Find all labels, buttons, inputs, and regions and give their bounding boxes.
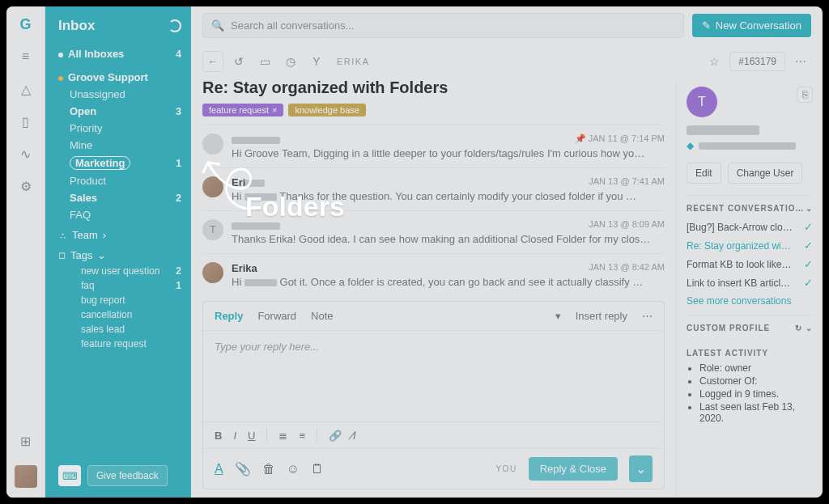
pin-icon: 📌 <box>575 133 586 143</box>
more-icon[interactable]: ⋯ <box>642 310 653 322</box>
folder-mine[interactable]: Mine <box>70 137 181 154</box>
folder-faq[interactable]: FAQ <box>70 206 181 223</box>
team-group[interactable]: ⛬Team› <box>58 227 181 244</box>
tag-icon[interactable]: ▭ <box>254 51 275 72</box>
message-snippet: Hi Groove Team, Digging in a little deep… <box>232 147 665 159</box>
folder-open[interactable]: Open3 <box>70 103 181 120</box>
insert-reply-button[interactable]: Insert reply <box>576 310 627 322</box>
undo-icon[interactable]: ↺ <box>228 51 249 72</box>
keyboard-icon[interactable]: ⌨ <box>58 465 81 486</box>
main-area: 🔍 Search all conversations... ✎ New Conv… <box>191 6 823 498</box>
thread-tag-knowledge-base[interactable]: knowledge base <box>288 104 366 116</box>
user-avatar[interactable] <box>15 465 37 488</box>
activity-icon[interactable]: ∿ <box>18 146 34 162</box>
activity-item: Last seen last Feb 13, 2020. <box>699 401 813 424</box>
menu-icon[interactable]: ≡ <box>18 49 34 65</box>
back-button[interactable]: ← <box>202 51 223 72</box>
assignee-name[interactable]: ERIKA <box>337 57 370 66</box>
refresh-icon[interactable]: ↻ <box>795 324 802 332</box>
triangle-icon[interactable]: △ <box>18 81 34 97</box>
bolt-icon: ▾ <box>555 310 561 322</box>
tag-new-user-question[interactable]: new user question2 <box>70 264 181 278</box>
underline-icon[interactable]: U <box>248 430 255 442</box>
trash-icon[interactable]: 🗑 <box>262 462 275 476</box>
snooze-icon[interactable]: ◷ <box>280 51 301 72</box>
mailbox-groove-support[interactable]: Groove Support <box>58 69 181 86</box>
grid-icon[interactable]: ⊞ <box>18 433 34 449</box>
attach-icon[interactable]: 📎 <box>235 461 251 476</box>
bullet-list-icon[interactable]: ≣ <box>278 430 287 442</box>
right-panel: T ⎘ ◆ Edit Change User RECENT CONVERSATI… <box>677 78 823 498</box>
recent-conv-item[interactable]: Re: Stay organized wi…✓ <box>687 236 813 255</box>
tab-forward[interactable]: Forward <box>257 310 296 322</box>
folder-unassigned[interactable]: Unassigned <box>70 86 181 103</box>
thread-title: Re: Stay organized with Folders <box>202 78 665 97</box>
avatar <box>202 133 223 155</box>
edit-button[interactable]: Edit <box>687 163 721 184</box>
clear-format-icon[interactable]: I̸ <box>353 430 356 442</box>
folder-marketing[interactable]: Marketing1 <box>70 154 181 172</box>
tab-note[interactable]: Note <box>311 310 333 322</box>
new-conversation-button[interactable]: ✎ New Conversation <box>692 14 811 37</box>
message-snippet: Thanks Erika! Good idea. I can see how m… <box>232 233 665 245</box>
merge-icon[interactable]: Y <box>306 51 327 72</box>
recent-conv-item[interactable]: [Bug?] Back-Arrow clo…✓ <box>687 218 813 236</box>
more-icon[interactable]: ⋯ <box>790 51 811 72</box>
mailbox-label: Groove Support <box>68 71 148 83</box>
tag-sales-lead[interactable]: sales lead <box>70 322 181 337</box>
avatar <box>202 262 223 283</box>
bold-icon[interactable]: B <box>215 430 222 442</box>
search-icon: 🔍 <box>211 19 224 32</box>
chevron-down-icon[interactable]: ⌄ <box>806 324 813 332</box>
activity-item: Logged in 9 times. <box>699 388 813 400</box>
message-row[interactable]: 📌 JAN 11 @ 7:14 PM Hi Groove Team, Diggi… <box>202 125 665 167</box>
close-icon[interactable]: × <box>272 105 277 115</box>
check-icon: ✓ <box>804 221 813 233</box>
tags-group[interactable]: ◻Tags⌄ <box>58 247 181 264</box>
message-row[interactable]: ErikaJAN 13 @ 8:42 AM Hi Got it. Once a … <box>202 253 665 296</box>
logo-icon[interactable]: G <box>18 16 34 32</box>
message-row[interactable]: EriJAN 13 @ 7:41 AM Hi Thanks for the qu… <box>202 167 665 210</box>
activity-item: Customer Of: <box>699 375 813 387</box>
folder-priority[interactable]: Priority <box>70 120 181 137</box>
all-inboxes[interactable]: All Inboxes 4 <box>58 45 181 62</box>
reply-dropdown[interactable]: ⌄ <box>629 455 653 482</box>
tab-reply[interactable]: Reply <box>215 310 243 322</box>
you-label: YOU <box>495 464 517 473</box>
folder-product[interactable]: Product <box>70 172 181 189</box>
expand-icon[interactable]: ⎘ <box>797 87 813 103</box>
ticket-id: #163179 <box>729 52 785 71</box>
custom-profile-heading: CUSTOM PROFILE <box>687 324 770 332</box>
folder-sales[interactable]: Sales2 <box>70 189 181 206</box>
change-user-button[interactable]: Change User <box>728 163 803 184</box>
number-list-icon[interactable]: ≡ <box>299 430 305 442</box>
check-icon: ✓ <box>804 239 813 252</box>
see-more-conversations[interactable]: See more conversations <box>687 295 813 307</box>
refresh-icon[interactable] <box>168 19 181 32</box>
reply-textarea[interactable]: Type your reply here... <box>203 331 664 421</box>
gear-icon[interactable]: ⚙ <box>18 178 34 194</box>
tag-feature-request[interactable]: feature request <box>70 337 181 351</box>
recent-conv-item[interactable]: Format KB to look like…✓ <box>687 255 813 273</box>
text-color-icon[interactable]: A <box>215 462 223 476</box>
tag-bug-report[interactable]: bug report <box>70 293 181 307</box>
recent-conv-item[interactable]: Link to insert KB articl…✓ <box>687 273 813 292</box>
tag-cancellation[interactable]: cancellation <box>70 307 181 322</box>
message-row[interactable]: T JAN 13 @ 8:09 AM Thanks Erika! Good id… <box>202 210 665 253</box>
chevron-down-icon[interactable]: ⌄ <box>806 204 813 213</box>
tag-faq[interactable]: faq1 <box>70 278 181 293</box>
thread-tag-feature-request[interactable]: feature request× <box>202 104 283 116</box>
format-toolbar: B I U ≣ ≡ 🔗 I̸ <box>203 421 664 448</box>
star-icon[interactable]: ☆ <box>704 51 725 72</box>
emoji-icon[interactable]: ☺ <box>287 462 300 476</box>
thread-pane: Re: Stay organized with Folders feature … <box>191 78 677 498</box>
italic-icon[interactable]: I <box>233 430 236 442</box>
book-icon[interactable]: ▯ <box>18 113 34 129</box>
give-feedback-button[interactable]: Give feedback <box>87 465 168 486</box>
search-input[interactable]: 🔍 Search all conversations... <box>202 13 684 38</box>
link-icon[interactable]: 🔗 <box>329 430 342 442</box>
note-icon[interactable]: 🗒 <box>311 462 324 476</box>
avatar <box>202 176 223 197</box>
reply-close-button[interactable]: Reply & Close <box>529 457 618 481</box>
recent-conversations-heading: RECENT CONVERSATIO… <box>687 204 805 213</box>
